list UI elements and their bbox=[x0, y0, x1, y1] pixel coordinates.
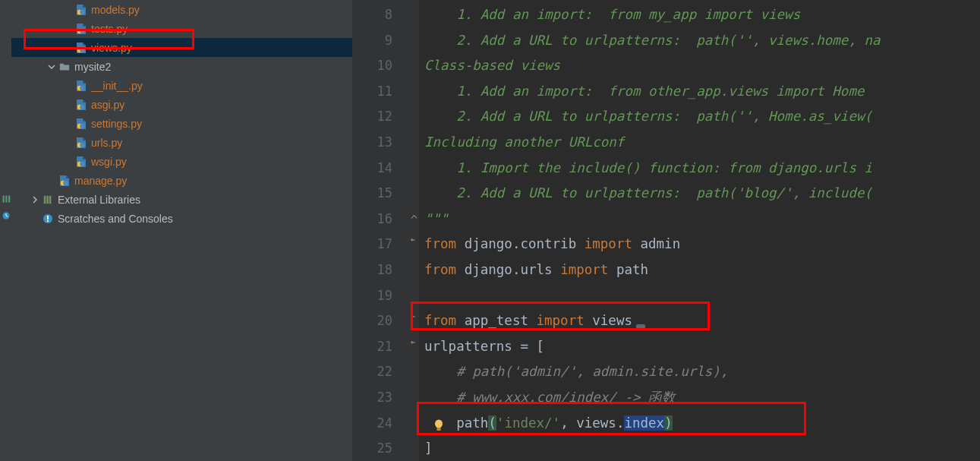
svg-rect-2 bbox=[8, 196, 10, 203]
docstring-text: 2. Add a URL to urlpatterns: path('', vi… bbox=[424, 33, 881, 48]
code-line-10[interactable]: Class-based views bbox=[424, 53, 980, 79]
tree-row-models-py[interactable]: models.py bbox=[11, 0, 352, 19]
code-line-16[interactable]: """ bbox=[424, 207, 980, 232]
tree-item-label: models.py bbox=[91, 4, 140, 16]
tree-row-scratches-and-consoles[interactable]: Scratches and Consoles bbox=[11, 209, 352, 228]
tree-arrow bbox=[46, 175, 57, 186]
fold-mark[interactable] bbox=[409, 308, 419, 334]
fold-column[interactable] bbox=[409, 0, 420, 461]
code-line-21[interactable]: urlpatterns = [ bbox=[424, 334, 980, 360]
fold-mark[interactable] bbox=[409, 79, 419, 105]
fold-mark[interactable] bbox=[409, 2, 419, 28]
fold-mark[interactable] bbox=[409, 283, 419, 309]
code-line-17[interactable]: from django.contrib import admin bbox=[424, 232, 980, 257]
docstring-text: Class-based views bbox=[424, 58, 560, 73]
code-line-23[interactable]: # www.xxx.com/index/ -> 函数 bbox=[424, 385, 980, 411]
paren-highlight: ( bbox=[488, 415, 496, 431]
tree-arrow bbox=[30, 194, 40, 205]
fold-mark[interactable] bbox=[409, 385, 419, 411]
tree-row-wsgi-py[interactable]: wsgi.py bbox=[11, 152, 352, 171]
tree-arrow bbox=[63, 99, 74, 110]
svg-rect-1 bbox=[5, 196, 7, 203]
fold-mark[interactable] bbox=[409, 436, 419, 461]
tree-row-urls-py[interactable]: urls.py bbox=[11, 133, 352, 152]
tree-item-label: Scratches and Consoles bbox=[58, 213, 173, 225]
line-number: 22 bbox=[352, 359, 392, 385]
code-line-14[interactable]: 1. Import the include() function: from d… bbox=[424, 156, 980, 182]
structure-tool-icon[interactable] bbox=[2, 194, 11, 203]
tree-row-external-libraries[interactable]: External Libraries bbox=[11, 190, 352, 209]
tree-item-label: asgi.py bbox=[91, 99, 124, 111]
code-line-9[interactable]: 2. Add a URL to urlpatterns: path('', vi… bbox=[424, 28, 980, 54]
tree-arrow bbox=[63, 81, 74, 91]
line-number: 21 bbox=[352, 334, 392, 360]
fold-mark[interactable] bbox=[409, 156, 419, 182]
docstring-text: 1. Add an import: from other_app.views i… bbox=[424, 84, 864, 99]
fold-mark[interactable] bbox=[409, 130, 419, 156]
fold-mark[interactable] bbox=[409, 359, 419, 385]
tree-row--init-py[interactable]: __init__.py bbox=[11, 76, 352, 95]
line-number-gutter: 8910111213141516171819202122232425 bbox=[352, 0, 409, 461]
code-text: , views. bbox=[560, 415, 624, 431]
docstring-text: 1. Import the include() function: from d… bbox=[424, 160, 872, 175]
code-editor[interactable]: 1. Add an import: from my_app import vie… bbox=[420, 0, 980, 461]
fold-mark[interactable] bbox=[409, 53, 419, 79]
module-name: django.urls bbox=[456, 262, 560, 277]
tree-row-manage-py[interactable]: manage.py bbox=[11, 171, 352, 190]
module-name: django.contrib bbox=[456, 236, 585, 251]
tree-row-asgi-py[interactable]: asgi.py bbox=[11, 95, 352, 114]
tree-item-label: External Libraries bbox=[58, 194, 140, 206]
svg-rect-24 bbox=[49, 195, 52, 204]
line-number: 24 bbox=[352, 411, 392, 437]
code-line-24[interactable]: path('index/', views.index) bbox=[424, 411, 980, 437]
keyword: from bbox=[424, 313, 456, 328]
code-line-20[interactable]: from app_test import views bbox=[424, 308, 980, 334]
python-file-icon bbox=[58, 175, 71, 187]
code-line-13[interactable]: Including another URLconf bbox=[424, 130, 980, 156]
tree-row-settings-py[interactable]: settings.py bbox=[11, 114, 352, 133]
fold-mark[interactable] bbox=[409, 181, 419, 207]
python-file-icon bbox=[75, 156, 87, 168]
code-line-11[interactable]: 1. Add an import: from other_app.views i… bbox=[424, 79, 980, 105]
tool-strip bbox=[0, 0, 11, 461]
tree-item-label: wsgi.py bbox=[91, 156, 127, 168]
code-line-19[interactable] bbox=[424, 283, 980, 309]
fold-mark[interactable] bbox=[409, 28, 419, 54]
editor-area: 8910111213141516171819202122232425 1. Ad… bbox=[352, 0, 980, 461]
tree-row-mysite2[interactable]: mysite2 bbox=[11, 57, 352, 76]
comment: # path('admin/', admin.site.urls), bbox=[424, 364, 728, 379]
clock-tool-icon[interactable] bbox=[2, 210, 11, 219]
line-number: 16 bbox=[352, 207, 392, 232]
code-line-15[interactable]: 2. Add a URL to urlpatterns: path('blog/… bbox=[424, 181, 980, 207]
code-line-8[interactable]: 1. Add an import: from my_app import vie… bbox=[424, 2, 980, 28]
context-hint-icon[interactable] bbox=[635, 316, 646, 327]
fold-mark[interactable] bbox=[409, 411, 419, 437]
tree-item-label: mysite2 bbox=[74, 61, 111, 73]
tree-item-label: urls.py bbox=[91, 137, 122, 149]
intention-bulb-icon[interactable] bbox=[433, 416, 444, 430]
svg-point-21 bbox=[63, 180, 68, 185]
folder-icon bbox=[58, 61, 71, 73]
project-tree[interactable]: models.pytests.pyviews.pymysite2__init__… bbox=[11, 0, 352, 228]
tree-item-label: __init__.py bbox=[91, 80, 143, 92]
fold-mark[interactable] bbox=[409, 257, 419, 283]
scratches-icon bbox=[42, 213, 54, 225]
line-number: 12 bbox=[352, 104, 392, 130]
fold-mark[interactable] bbox=[409, 207, 419, 232]
tree-row-views-py[interactable]: views.py bbox=[11, 38, 352, 57]
fold-mark[interactable] bbox=[409, 334, 419, 360]
line-number: 20 bbox=[352, 308, 392, 334]
code-line-18[interactable]: from django.urls import path bbox=[424, 257, 980, 283]
fold-mark[interactable] bbox=[409, 104, 419, 130]
docstring-text: 2. Add a URL to urlpatterns: path('blog/… bbox=[424, 185, 872, 201]
code-line-25[interactable]: ] bbox=[424, 436, 980, 461]
project-sidebar[interactable]: models.pytests.pyviews.pymysite2__init__… bbox=[11, 0, 352, 461]
code-line-12[interactable]: 2. Add a URL to urlpatterns: path('', Ho… bbox=[424, 104, 980, 130]
python-file-icon bbox=[75, 42, 87, 54]
module-name: app_test bbox=[456, 313, 536, 328]
tree-row-tests-py[interactable]: tests.py bbox=[11, 19, 352, 38]
code-line-22[interactable]: # path('admin/', admin.site.urls), bbox=[424, 359, 980, 385]
tree-arrow bbox=[63, 137, 74, 148]
tree-arrow bbox=[30, 213, 40, 224]
fold-mark[interactable] bbox=[409, 232, 419, 257]
